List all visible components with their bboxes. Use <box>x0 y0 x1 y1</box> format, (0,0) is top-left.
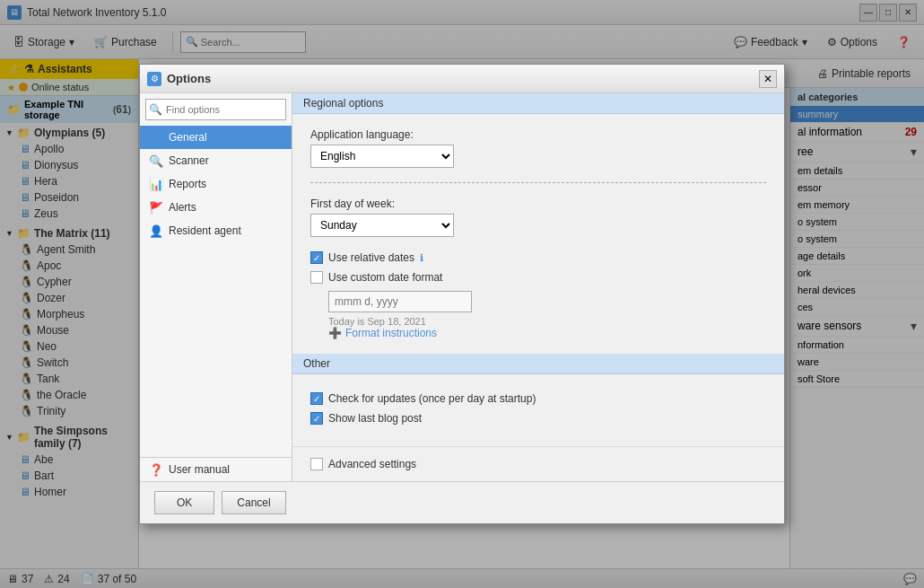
general-icon: ⚙ <box>149 130 163 145</box>
reports-label: Reports <box>169 178 206 190</box>
alerts-icon: 🚩 <box>149 200 163 215</box>
first-day-label: First day of week: <box>310 197 766 210</box>
alerts-label: Alerts <box>169 201 196 214</box>
language-label: Application language: <box>310 128 766 141</box>
regional-section-header: Regional options <box>292 93 784 114</box>
format-instructions-link[interactable]: ➕ Format instructions <box>328 327 766 339</box>
language-group: Application language: English Русский De… <box>310 128 766 168</box>
section-divider <box>310 182 766 183</box>
modal-nav-scanner[interactable]: 🔍 Scanner <box>140 149 292 172</box>
first-day-select[interactable]: Sunday Monday <box>310 214 454 237</box>
reports-nav-icon: 📊 <box>149 177 163 191</box>
modal-footer: OK Cancel <box>140 481 784 523</box>
check-updates-checkbox[interactable] <box>310 392 323 405</box>
other-section-header: Other <box>292 354 784 374</box>
modal-content: Regional options Application language: E… <box>292 93 784 481</box>
advanced-settings-label: Advanced settings <box>328 458 416 470</box>
check-updates-row[interactable]: Check for updates (once per day at start… <box>310 392 766 405</box>
resident-agent-icon: 👤 <box>149 224 163 238</box>
cancel-button[interactable]: Cancel <box>222 491 285 514</box>
advanced-settings-checkbox[interactable] <box>310 458 323 470</box>
show-blog-label: Show last blog post <box>328 412 422 425</box>
custom-date-checkbox[interactable] <box>310 271 323 284</box>
options-modal: ⚙ Options ✕ 🔍 ⚙ General 🔍 Scanner <box>139 64 785 524</box>
custom-date-label: Use custom date format <box>328 271 442 284</box>
modal-nav-general[interactable]: ⚙ General <box>140 126 292 149</box>
scanner-icon: 🔍 <box>149 154 163 168</box>
relative-dates-row[interactable]: Use relative dates ℹ <box>310 251 766 264</box>
expand-icon: ➕ <box>328 327 342 339</box>
relative-dates-checkbox[interactable] <box>310 251 323 264</box>
date-today-label: Today is Sep 18, 2021 <box>328 316 766 327</box>
ok-button[interactable]: OK <box>154 491 214 514</box>
check-updates-label: Check for updates (once per day at start… <box>328 392 536 405</box>
modal-title: Options <box>167 72 754 85</box>
first-day-group: First day of week: Sunday Monday <box>310 197 766 237</box>
modal-body: 🔍 ⚙ General 🔍 Scanner 📊 Reports 🚩 <box>140 93 784 481</box>
modal-search-input[interactable] <box>145 99 286 120</box>
custom-date-row[interactable]: Use custom date format <box>310 271 766 284</box>
relative-dates-label: Use relative dates <box>328 251 414 264</box>
other-content: Check for updates (once per day at start… <box>292 378 784 446</box>
modal-nav-reports[interactable]: 📊 Reports <box>140 172 292 196</box>
modal-overlay: ⚙ Options ✕ 🔍 ⚙ General 🔍 Scanner <box>0 0 924 588</box>
date-format-input[interactable] <box>328 291 472 312</box>
modal-title-bar: ⚙ Options ✕ <box>140 65 784 93</box>
format-instructions-label: Format instructions <box>345 327 437 339</box>
show-blog-row[interactable]: Show last blog post <box>310 412 766 425</box>
modal-user-manual[interactable]: ❓ User manual <box>140 457 292 481</box>
modal-nav-resident-agent[interactable]: 👤 Resident agent <box>140 219 292 242</box>
options-content: Application language: English Русский De… <box>292 114 784 354</box>
modal-search-wrapper: 🔍 <box>140 93 292 126</box>
general-label: General <box>169 131 207 144</box>
modal-icon: ⚙ <box>147 72 161 86</box>
show-blog-checkbox[interactable] <box>310 412 323 425</box>
modal-sidebar: 🔍 ⚙ General 🔍 Scanner 📊 Reports 🚩 <box>140 93 292 481</box>
user-manual-label: User manual <box>169 463 230 476</box>
modal-close-button[interactable]: ✕ <box>759 70 777 88</box>
language-select[interactable]: English Русский Deutsch <box>310 145 454 168</box>
modal-nav-alerts[interactable]: 🚩 Alerts <box>140 196 292 219</box>
user-manual-icon: ❓ <box>149 462 163 477</box>
info-icon[interactable]: ℹ <box>420 252 423 264</box>
resident-agent-label: Resident agent <box>169 224 241 237</box>
scanner-label: Scanner <box>169 154 209 167</box>
advanced-settings-row: Advanced settings <box>292 446 784 481</box>
